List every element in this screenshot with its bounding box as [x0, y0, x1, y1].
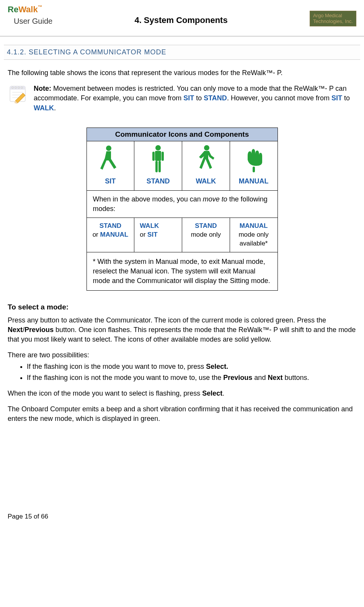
mode-label-walk: WALK	[184, 177, 228, 186]
note-block: Note: Movement between modes is restrict…	[8, 84, 356, 119]
section-title: 4. System Components	[52, 15, 310, 26]
header-divider	[0, 36, 364, 36]
company-line-2: Technologies, Inc.	[313, 18, 353, 25]
mode-walk: WALK	[34, 104, 54, 112]
communicator-modes-table: Communicator Icons and Components SIT ST…	[87, 128, 278, 291]
list-item: If the flashing icon is not the mode you…	[27, 373, 356, 383]
mode-sit: SIT	[331, 94, 342, 102]
stand-icon	[149, 144, 168, 174]
manual-icon	[242, 147, 265, 174]
svg-rect-19	[253, 167, 255, 172]
svg-rect-16	[155, 161, 158, 172]
mode-sit: SIT	[183, 94, 194, 102]
possibilities-intro: There are two possibilities:	[8, 350, 356, 360]
select-paragraph-3: The Onboard Computer emits a beep and a …	[8, 404, 356, 424]
logo-re: Re	[8, 5, 18, 14]
logo-block: ReWalk™ User Guide	[8, 4, 52, 26]
mode-label-sit: SIT	[88, 177, 133, 186]
mode-label-stand: STAND	[136, 177, 180, 186]
table-header: Communicator Icons and Components	[87, 128, 277, 141]
mode-cell-walk: WALK	[182, 141, 230, 190]
svg-rect-15	[162, 152, 164, 161]
transition-from-walk: STANDmode only	[182, 218, 230, 252]
svg-point-4	[18, 87, 20, 88]
table-footnote: * With the system in Manual mode, to exi…	[87, 252, 277, 291]
walk-icon	[194, 144, 217, 174]
mode-cell-stand: STAND	[134, 141, 182, 190]
page-header: ReWalk™ User Guide 4. System Components …	[8, 4, 356, 26]
transition-from-stand: WALKor SIT	[134, 218, 182, 252]
svg-rect-17	[158, 161, 161, 172]
mode-cell-manual: MANUAL	[230, 141, 277, 190]
subsection-heading: 4.1.2. SELECTING A COMMUNICATOR MODE	[4, 45, 360, 60]
product-logo: ReWalk™	[8, 4, 52, 16]
logo-walk: Walk	[18, 5, 38, 14]
svg-point-3	[15, 87, 16, 88]
svg-point-2	[12, 87, 13, 88]
svg-point-5	[21, 87, 23, 88]
possibilities-list: If the flashing icon is the mode you wan…	[27, 362, 356, 383]
logo-tm: ™	[38, 4, 42, 10]
list-item: If the flashing icon is the mode you wan…	[27, 362, 356, 371]
svg-point-12	[155, 145, 161, 151]
select-mode-heading: To select a mode:	[8, 302, 356, 312]
user-guide-label: User Guide	[14, 16, 52, 26]
company-line-1: Argo Medical	[313, 13, 353, 19]
select-paragraph-2: When the icon of the mode you want to se…	[8, 389, 356, 398]
sit-icon	[99, 144, 122, 174]
transition-from-sit: STANDor MANUAL	[87, 218, 134, 252]
svg-point-18	[204, 145, 209, 151]
mode-cell-sit: SIT	[87, 141, 134, 190]
note-label: Note:	[34, 85, 51, 92]
page-footer: Page 15 of 66	[8, 512, 356, 521]
note-text: Note: Movement between modes is restrict…	[34, 84, 356, 113]
intro-paragraph: The following table shows the icons that…	[8, 68, 356, 78]
svg-rect-14	[152, 152, 155, 161]
svg-rect-13	[155, 151, 161, 161]
select-paragraph-1: Press any button to activate the Communi…	[8, 316, 356, 345]
table-description: When in the above modes, you can move to…	[87, 190, 277, 218]
transition-from-manual: MANUALmode only available*	[230, 218, 277, 252]
note-pencil-icon	[8, 84, 28, 104]
company-badge: Argo Medical Technologies, Inc.	[310, 11, 356, 26]
mode-stand: STAND	[204, 94, 227, 102]
mode-label-manual: MANUAL	[232, 177, 276, 186]
svg-point-11	[106, 146, 111, 151]
